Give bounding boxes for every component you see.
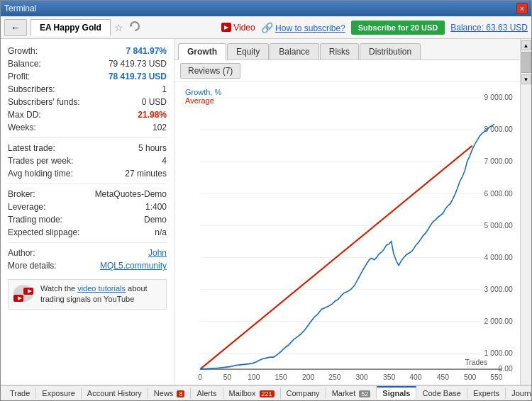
- expected-slippage-row: Expected slippage: n/a: [8, 226, 167, 239]
- close-button[interactable]: ×: [516, 3, 528, 14]
- svg-text:150: 150: [275, 372, 287, 380]
- svg-text:1 000.00: 1 000.00: [484, 349, 513, 357]
- scroll-up-button[interactable]: ▲: [521, 40, 531, 50]
- video-button[interactable]: ▶ Video: [221, 23, 255, 33]
- promo-video-link[interactable]: video tutorials: [77, 284, 126, 293]
- chart-area: Growth, % Average 9 000.00 8 000.00 7 00…: [174, 82, 520, 385]
- svg-text:4 000.00: 4 000.00: [484, 252, 513, 261]
- author-value[interactable]: John: [148, 248, 167, 258]
- sub-tab-reviews[interactable]: Reviews (7): [180, 63, 240, 79]
- svg-text:350: 350: [383, 372, 395, 380]
- right-panel: Growth Equity Balance Risks Distribution…: [174, 39, 520, 385]
- subscribers-funds-value: 0 USD: [142, 97, 167, 107]
- window-title: Terminal: [4, 4, 36, 13]
- bottom-tab-account-history[interactable]: Account History: [82, 388, 148, 399]
- avg-holding-value: 27 minutes: [125, 169, 167, 179]
- latest-trade-label: Latest trade:: [8, 143, 55, 153]
- bottom-tab-experts[interactable]: Experts: [467, 388, 506, 399]
- bottom-tab-exposure[interactable]: Exposure: [36, 388, 81, 399]
- tab-growth[interactable]: Growth: [178, 43, 226, 60]
- latest-trade-row: Latest trade: 5 hours: [8, 142, 167, 154]
- youtube-icon: ▶: [221, 23, 231, 32]
- youtube-promo-icon: [12, 283, 35, 305]
- weeks-value: 102: [153, 123, 167, 132]
- svg-text:400: 400: [409, 372, 421, 380]
- profit-row: Profit: 78 419.73 USD: [8, 70, 167, 83]
- current-tab[interactable]: EA Happy Gold: [31, 19, 111, 36]
- svg-text:300: 300: [356, 372, 368, 380]
- bottom-tab-journal[interactable]: Journ...: [506, 388, 532, 399]
- svg-text:Trades: Trades: [465, 358, 487, 366]
- svg-text:500: 500: [464, 372, 476, 380]
- scrollbar[interactable]: ▲ ▼: [520, 39, 531, 385]
- max-dd-label: Max DD:: [8, 110, 41, 120]
- subscribe-link[interactable]: 🔗 How to subscribe?: [261, 22, 345, 33]
- svg-text:9 000.00: 9 000.00: [484, 93, 513, 101]
- trades-per-week-value: 4: [162, 156, 167, 166]
- back-button[interactable]: ←: [4, 19, 27, 36]
- svg-text:250: 250: [328, 372, 340, 380]
- bottom-tab-codebase[interactable]: Code Base: [416, 388, 467, 399]
- bottom-tab-company[interactable]: Company: [281, 388, 326, 399]
- expected-slippage-label: Expected slippage:: [8, 227, 79, 237]
- subscribers-funds-label: Subscribers' funds:: [8, 97, 80, 107]
- market-badge: 52: [359, 390, 370, 397]
- scroll-down-button[interactable]: ▼: [521, 74, 531, 84]
- bottom-tab-trade[interactable]: Trade: [4, 388, 36, 399]
- svg-text:2 000.00: 2 000.00: [484, 316, 513, 324]
- svg-text:6 000.00: 6 000.00: [484, 188, 513, 197]
- svg-text:100: 100: [248, 372, 260, 380]
- balance-display[interactable]: Balance: 63.63 USD: [450, 23, 528, 33]
- subscribers-value: 1: [162, 84, 167, 94]
- left-panel: Growth: 7 841.97% Balance: 79 419.73 USD…: [1, 39, 174, 385]
- leverage-value: 1:400: [145, 202, 167, 212]
- tab-balance[interactable]: Balance: [270, 43, 318, 60]
- expected-slippage-value: n/a: [155, 227, 167, 237]
- tab-equity[interactable]: Equity: [227, 43, 269, 60]
- promo-box: Watch the video tutorials about trading …: [8, 279, 167, 310]
- tab-distribution[interactable]: Distribution: [360, 43, 421, 60]
- bottom-tab-news[interactable]: News 8: [148, 388, 192, 399]
- sub-tabs-row: Reviews (7): [174, 60, 520, 82]
- weeks-label: Weeks:: [8, 123, 36, 132]
- svg-text:8 000.00: 8 000.00: [484, 125, 513, 133]
- svg-text:200: 200: [302, 372, 314, 380]
- max-dd-value: 21.98%: [138, 110, 167, 120]
- tab-risks[interactable]: Risks: [320, 43, 359, 60]
- bottom-tab-alerts[interactable]: Alerts: [191, 388, 223, 399]
- mailbox-badge: 221: [260, 390, 275, 397]
- promo-text: Watch the video tutorials about trading …: [40, 283, 162, 305]
- bottom-tab-market[interactable]: Market 52: [326, 388, 377, 399]
- balance-value: 79 419.73 USD: [109, 59, 167, 69]
- bottom-tab-mailbox[interactable]: Mailbox 221: [223, 388, 281, 399]
- news-badge: 8: [177, 390, 184, 397]
- title-bar: Terminal ×: [1, 1, 531, 16]
- svg-text:3 000.00: 3 000.00: [484, 284, 513, 293]
- growth-row: Growth: 7 841.97%: [8, 45, 167, 57]
- weeks-row: Weeks: 102: [8, 121, 167, 134]
- profit-label: Profit:: [8, 72, 30, 81]
- max-dd-row: Max DD: 21.98%: [8, 108, 167, 121]
- more-details-value[interactable]: MQL5.community: [100, 261, 167, 271]
- main-content: Growth: 7 841.97% Balance: 79 419.73 USD…: [1, 39, 531, 385]
- legend-growth: Growth, %: [185, 88, 221, 96]
- svg-text:5 000.00: 5 000.00: [484, 220, 513, 229]
- bottom-tab-signals[interactable]: Signals: [377, 386, 416, 399]
- chart-legend: Growth, % Average: [185, 88, 221, 105]
- svg-text:450: 450: [437, 372, 449, 380]
- main-window: Terminal × ← EA Happy Gold ☆ ▶ Video 🔗 H…: [0, 0, 532, 401]
- subscribers-row: Subscribers: 1: [8, 83, 167, 96]
- star-icon[interactable]: ☆: [114, 22, 123, 33]
- subscribe-button[interactable]: Subscribe for 20 USD: [351, 21, 445, 35]
- refresh-icon[interactable]: [129, 21, 140, 34]
- divider3: [8, 242, 167, 243]
- trading-mode-value: Demo: [144, 215, 167, 225]
- broker-row: Broker: MetaQuotes-Demo: [8, 188, 167, 200]
- avg-holding-label: Avg holding time:: [8, 169, 73, 179]
- trading-mode-row: Trading mode: Demo: [8, 213, 167, 226]
- balance-row: Balance: 79 419.73 USD: [8, 57, 167, 70]
- scroll-thumb[interactable]: [521, 52, 531, 73]
- growth-label: Growth:: [8, 46, 38, 56]
- svg-text:50: 50: [223, 372, 232, 380]
- chart-svg-container[interactable]: 9 000.00 8 000.00 7 000.00 6 000.00 5 00…: [178, 86, 516, 381]
